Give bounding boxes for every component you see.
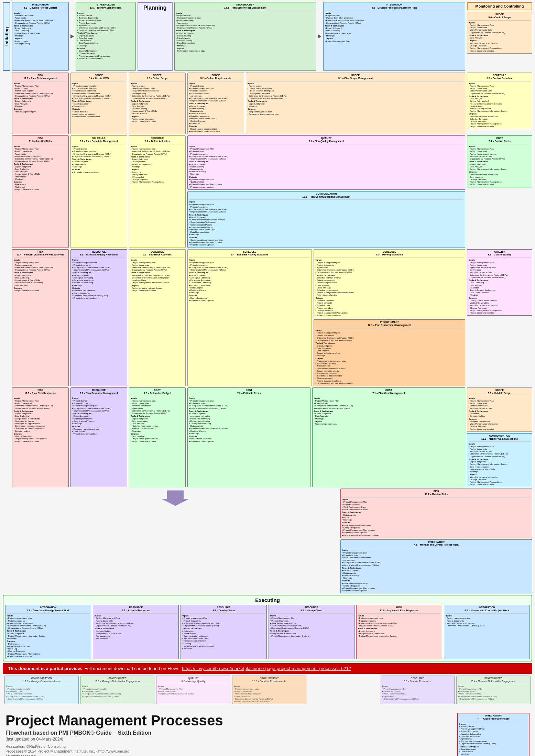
footer-area: Project Management Processes Flowchart b… [3, 709, 532, 756]
executing-label: Executing [5, 597, 530, 603]
schedule-65-box: SCHEDULE6.5 – Develop Schedule Inputs • … [314, 249, 465, 318]
stakeholder-132-box: STAKEHOLDER13.2 – Plan Stakeholder Engag… [174, 2, 316, 71]
cost-71-box: COST7.1 – Plan Cost Management Inputs • … [312, 387, 465, 487]
resource-91-box: RESOURCE9.1 – Plan Resource Management I… [70, 387, 127, 487]
communication-101-box: COMMUNICATION10.1 – Plan Communications … [187, 191, 465, 248]
spacer-left4 [3, 387, 10, 487]
quality-82-partial: QUALITY8.2 – Manage Quality Inputs • Pro… [156, 676, 230, 704]
subtitle-line: Flowchart based on PMI PMBOK® Guide – Si… [6, 730, 452, 736]
quality-61-box: QUALITY6.1 – Plan Quality Management Inp… [187, 135, 465, 190]
planning-to-executing-arrow [162, 490, 189, 506]
flevy-link[interactable]: https://flevy.com/browse/marketplace/one… [182, 666, 351, 671]
resource-95-box: RESOURCE9.5 – Manage Team Inputs • Proje… [269, 605, 354, 659]
monitoring-right-col3: QUALITY8.3 – Control Quality Inputs • Pr… [467, 249, 532, 386]
executing-section: Executing INTEGRATION4.3 – Direct and Ma… [3, 595, 532, 661]
risk-117-box: RISK11.7 – Monitor Risks Inputs • Projec… [340, 489, 532, 538]
cost-73-box: COST7.3 – Determine Budget Inputs • Proj… [129, 387, 186, 487]
scope-52-box: SCOPE5.2 – Collect Requirements Inputs •… [187, 73, 244, 134]
scope-54-box: SCOPE5.4 – Create WBS Inputs • Project m… [70, 73, 127, 134]
scope-53-box: SCOPE5.3 – Define Scope Inputs • Project… [129, 73, 186, 134]
risk-115-box: RISK11.5 – Plan Risk Responses Inputs • … [12, 387, 69, 487]
main-title: Project Management Processes [6, 713, 452, 728]
integration-42-box: INTEGRATION4.2 – Develop Project Managem… [323, 2, 465, 71]
integration-41-box: INTEGRATION4.1 – Develop Project Charter… [12, 2, 69, 71]
procurement-121-box: PROCUREMENT12.1 – Plan Procurement Manag… [314, 319, 465, 386]
footer-title-block: Project Management Processes Flowchart b… [6, 713, 452, 756]
risk-114-box: RISK11.4 – Perform Quantitative Risk Ana… [12, 249, 69, 386]
realization-line: Realization: ©RadVector Consulting [6, 744, 452, 748]
planning-phase-label-top: Planning [138, 2, 173, 71]
quality-83-box: QUALITY8.3 – Control Quality Inputs • Pr… [467, 249, 532, 316]
schedule-62-box: SCHEDULE6.2 – Define Activities Inputs •… [129, 135, 186, 248]
cost-74-box: COST7.4 – Control Costs Inputs • Project… [467, 135, 532, 187]
resource-96-partial: RESOURCE9.6 – Control Resources Inputs •… [381, 676, 455, 704]
integration-43-box: INTEGRATION4.3 – Direct and Manage Proje… [5, 605, 91, 659]
arrow-41-to-131 [70, 2, 74, 71]
monitoring-right-col: SCHEDULE6.5 – Control Schedule Inputs • … [467, 73, 532, 134]
communication-103-box: COMMUNICATION10.3 – Monitor Communicatio… [467, 433, 532, 487]
monitoring-label: Monitoring and Controlling [467, 2, 532, 10]
procurement-122-partial: PROCUREMENT12.2 – Conduct Procurements I… [232, 676, 306, 704]
spacer-left [3, 73, 10, 134]
risk-116-box: RISK11.6 – Implement Risk Responses Inpu… [356, 605, 442, 659]
comm-102-partial: COMMUNICATION10.2 – Manage Communication… [4, 676, 79, 704]
stakeholder-134-partial: STAKEHOLDER13.4 – Monitor Stakeholder En… [456, 676, 531, 704]
stakeholder-131-box: STAKEHOLDER13.1 – Identify Stakeholders … [76, 2, 136, 71]
spacer-left2 [3, 135, 10, 248]
integration-45-box: INTEGRATION4.5 – Monitor and Control Pro… [340, 539, 532, 594]
spacer-left3 [3, 249, 10, 386]
monitoring-section: Monitoring and Controlling SCOPE5.6 – Co… [467, 2, 532, 71]
resource-94-box: RESOURCE9.4 – Develop Team Inputs • Proj… [181, 605, 266, 659]
preview-section: This document is a partial preview. Full… [3, 663, 532, 674]
copyright-line: Processes © 2024 Project Management Inst… [6, 749, 452, 753]
subtitle-date: (last updated on 04-Mars-2024) [6, 737, 452, 742]
arrow-132-to-42 [318, 2, 321, 71]
bottom-partial-section: COMMUNICATION10.2 – Manage Communication… [3, 674, 532, 707]
integration-47-box: INTEGRATION4.7 – Close Project or Phase … [457, 713, 529, 756]
cost-72-box: COST7.2 – Estimate Costs Inputs • Projec… [187, 387, 310, 487]
schedule-61-box: SCHEDULE6.1 – Plan Schedule Management I… [70, 135, 127, 248]
schedule-66-box: SCHEDULE6.5 – Control Schedule Inputs • … [467, 73, 532, 129]
integration-45-side-box: INTEGRATION4.5 – Monitor and Control Pro… [444, 605, 530, 659]
spacer-partial [308, 676, 379, 704]
risk-111-box: RISK11.1 – Plan Risk Management Inputs •… [12, 73, 69, 134]
monitoring-right-col5: RISK11.7 – Monitor Risks Inputs • Projec… [340, 489, 532, 593]
resource-93-box: RESOURCE9.3 – Acquire Resources Inputs •… [93, 605, 179, 659]
risk-113-box: RISK11.3 – Identify Risks Inputs • Proje… [12, 135, 69, 248]
stakeholder-133-partial: STAKEHOLDER13.3 – Manage Stakeholder Eng… [80, 676, 155, 704]
monitoring-right-col2: COST7.4 – Control Costs Inputs • Project… [467, 135, 532, 248]
schedule-64-box: SCHEDULE6.4 – Estimate Activity Duration… [187, 249, 312, 386]
scope-55-box: SCOPE5.5 – Validate Scope Inputs • Proje… [467, 387, 532, 432]
resource-92-box: RESOURCE9.2 – Estimate Activity Resource… [70, 249, 127, 386]
scope-51-box: SCOPE5.1 – Plan Scope Management Inputs … [246, 73, 465, 134]
scope-56-box: SCOPE5.6 – Control Scope Inputs • Projec… [467, 12, 532, 54]
initiating-phase-label: Initiating [3, 2, 10, 71]
main-container: Initiating INTEGRATION4.1 – Develop Proj… [0, 0, 535, 756]
monitoring-right-col4: SCOPE5.5 – Validate Scope Inputs • Proje… [467, 387, 532, 487]
schedule-63-box: SCHEDULE6.3 – Sequence Activities Inputs… [129, 249, 186, 386]
rights-line: All rights reserved [6, 754, 452, 756]
